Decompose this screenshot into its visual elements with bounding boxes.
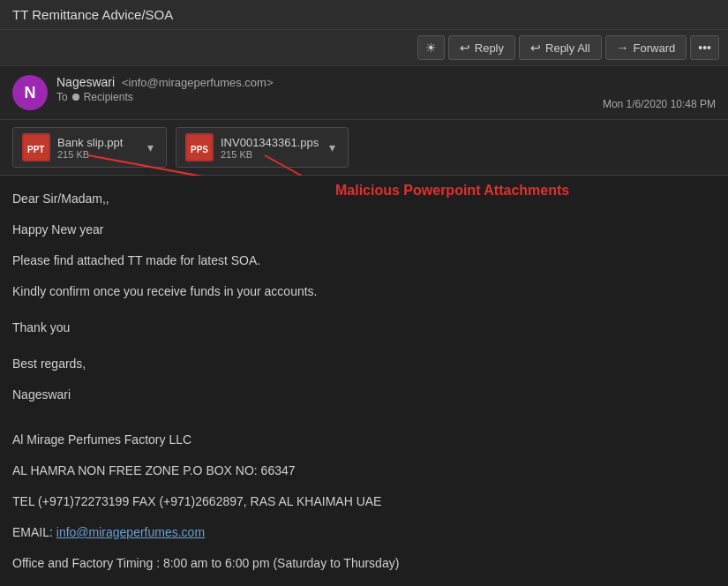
- attachment-dropdown-1[interactable]: ▾: [144, 140, 157, 154]
- avatar: N: [12, 75, 48, 110]
- svg-text:PPS: PPS: [191, 145, 208, 154]
- email-body: Malicious Powerpoint Attachments Dear Si…: [0, 176, 728, 586]
- attachment-name-1: Bank slip.ppt: [57, 136, 137, 149]
- timestamp: Mon 1/6/2020 10:48 PM: [603, 98, 716, 110]
- title-bar: TT Remittance Advice/SOA: [0, 0, 728, 30]
- recipients-label: Recipients: [84, 91, 133, 103]
- more-options-button[interactable]: •••: [690, 35, 719, 60]
- brightness-button[interactable]: ☀: [417, 35, 445, 60]
- attachment-dropdown-2[interactable]: ▾: [326, 140, 339, 154]
- attachment-icon-2: PPS: [185, 133, 214, 162]
- attachment-icon-1: PPT: [22, 133, 50, 162]
- sender-email: <info@mirageperfumes.com>: [122, 76, 273, 89]
- brightness-icon: ☀: [425, 41, 437, 55]
- forward-arrow-icon: →: [617, 41, 629, 55]
- attachment-item-2[interactable]: PPS INV001343361.pps 215 KB ▾: [176, 127, 349, 168]
- window-title: TT Remittance Advice/SOA: [12, 7, 173, 22]
- body-line3: Kindly confirm once you receive funds in…: [12, 282, 716, 301]
- reply-all-button[interactable]: ↩ Reply All: [519, 35, 602, 60]
- recipient-dot: [72, 94, 79, 101]
- attachment-size-1: 215 KB: [57, 149, 137, 160]
- reply-all-label: Reply All: [545, 41, 590, 55]
- attachment-details-1: Bank slip.ppt 215 KB: [57, 136, 137, 160]
- reply-all-arrow-icon: ↩: [530, 41, 541, 55]
- body-line12: Office and Factory Timing : 8:00 am to 6…: [12, 554, 716, 573]
- sender-to-line: To Recipients: [56, 91, 594, 103]
- sender-section: N Nageswari <info@mirageperfumes.com> To…: [0, 66, 728, 120]
- reply-arrow-icon: ↩: [460, 41, 470, 55]
- body-line1: Happy New year: [12, 221, 716, 239]
- attachment-item-1[interactable]: PPT Bank slip.ppt 215 KB ▾: [12, 127, 167, 168]
- body-line11: EMAIL: info@mirageperfumes.com: [12, 523, 716, 542]
- more-icon: •••: [698, 41, 711, 55]
- email-link[interactable]: info@mirageperfumes.com: [56, 525, 205, 539]
- body-line8: Al Mirage Perfumes Factory LLC: [12, 431, 716, 449]
- body-line6: Nageswari: [12, 386, 716, 404]
- forward-label: Forward: [634, 41, 676, 55]
- reply-button[interactable]: ↩ Reply: [448, 35, 515, 60]
- attachment-name-2: INV001343361.pps: [221, 136, 319, 149]
- sender-name: Nageswari: [56, 75, 115, 89]
- svg-text:PPT: PPT: [27, 145, 44, 154]
- forward-button[interactable]: → Forward: [605, 35, 687, 60]
- body-greeting: Dear Sir/Madam,,: [12, 190, 716, 208]
- reply-label: Reply: [475, 41, 504, 55]
- email-label: EMAIL:: [12, 525, 56, 539]
- body-line9: AL HAMRA NON FREE ZONE P.O BOX NO: 66347: [12, 462, 716, 480]
- attachment-size-2: 215 KB: [221, 149, 319, 160]
- sender-info: Nageswari <info@mirageperfumes.com> To R…: [56, 75, 594, 103]
- body-line10: TEL (+971)72273199 FAX (+971)2662897, RA…: [12, 492, 716, 511]
- ppt-icon: PPT: [24, 135, 49, 160]
- to-label: To: [56, 91, 68, 103]
- body-line4: Thank you: [12, 319, 716, 337]
- attachments-section: PPT Bank slip.ppt 215 KB ▾ PPS INV001343…: [0, 120, 728, 176]
- toolbar: ☀ ↩ Reply ↩ Reply All → Forward •••: [0, 30, 728, 66]
- attachment-details-2: INV001343361.pps 215 KB: [221, 136, 319, 160]
- pps-icon: PPS: [187, 135, 212, 160]
- sender-name-line: Nageswari <info@mirageperfumes.com>: [56, 75, 594, 89]
- body-line5: Best regards,: [12, 355, 716, 373]
- body-line2: Please find attached TT made for latest …: [12, 252, 716, 270]
